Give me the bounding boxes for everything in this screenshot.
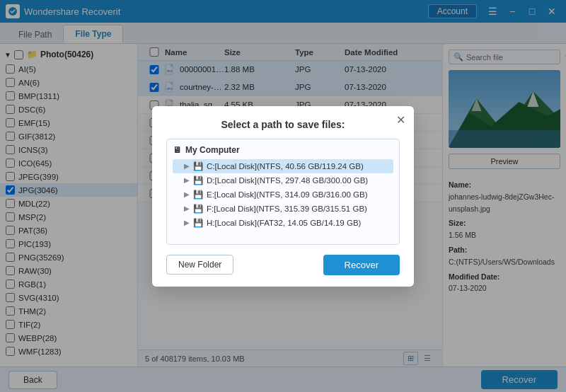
modal-recover-button[interactable]: Recover bbox=[323, 255, 400, 275]
my-computer-label: My Computer bbox=[185, 145, 240, 155]
modal-title: Select a path to save files: bbox=[166, 119, 400, 130]
drive-arrow-icon: ▶ bbox=[184, 204, 190, 212]
drive-arrow-icon: ▶ bbox=[184, 176, 190, 184]
drive-item[interactable]: ▶ 💾 H:[Local Disk](FAT32, 14.05 GB/14.19… bbox=[173, 216, 393, 230]
drive-label: F:[Local Disk](NTFS, 315.39 GB/315.51 GB… bbox=[207, 204, 367, 213]
hdd-icon: 💾 bbox=[193, 175, 203, 185]
hdd-icon: 💾 bbox=[193, 204, 203, 214]
hdd-icon: 💾 bbox=[193, 190, 203, 200]
save-path-modal: ✕ Select a path to save files: 🖥 My Comp… bbox=[152, 106, 414, 287]
drive-arrow-icon: ▶ bbox=[184, 190, 190, 198]
drive-tree: 🖥 My Computer ▶ 💾 C:[Local Disk](NTFS, 4… bbox=[166, 139, 400, 245]
drive-label: D:[Local Disk](NTFS, 297.48 GB/300.00 GB… bbox=[207, 176, 368, 185]
hdd-icon: 💾 bbox=[193, 161, 203, 171]
drive-item[interactable]: ▶ 💾 F:[Local Disk](NTFS, 315.39 GB/315.5… bbox=[173, 202, 393, 216]
drive-label: E:[Local Disk](NTFS, 314.09 GB/316.00 GB… bbox=[207, 190, 368, 199]
modal-overlay[interactable]: ✕ Select a path to save files: 🖥 My Comp… bbox=[0, 0, 566, 392]
modal-close-button[interactable]: ✕ bbox=[396, 113, 405, 127]
hdd-icon: 💾 bbox=[193, 218, 203, 228]
drive-item[interactable]: ▶ 💾 E:[Local Disk](NTFS, 314.09 GB/316.0… bbox=[173, 188, 393, 202]
drive-items-list: ▶ 💾 C:[Local Disk](NTFS, 40.56 GB/119.24… bbox=[173, 159, 393, 230]
new-folder-button[interactable]: New Folder bbox=[166, 255, 233, 275]
monitor-icon: 🖥 bbox=[173, 145, 181, 155]
drive-arrow-icon: ▶ bbox=[184, 219, 190, 226]
drive-arrow-icon: ▶ bbox=[184, 162, 190, 170]
drive-label: H:[Local Disk](FAT32, 14.05 GB/14.19 GB) bbox=[207, 219, 361, 227]
drive-item[interactable]: ▶ 💾 D:[Local Disk](NTFS, 297.48 GB/300.0… bbox=[173, 173, 393, 188]
drive-item[interactable]: ▶ 💾 C:[Local Disk](NTFS, 40.56 GB/119.24… bbox=[173, 159, 393, 173]
drive-label: C:[Local Disk](NTFS, 40.56 GB/119.24 GB) bbox=[207, 162, 364, 171]
tree-root-item: 🖥 My Computer bbox=[173, 145, 393, 155]
modal-bottom: New Folder Recover bbox=[166, 255, 400, 275]
